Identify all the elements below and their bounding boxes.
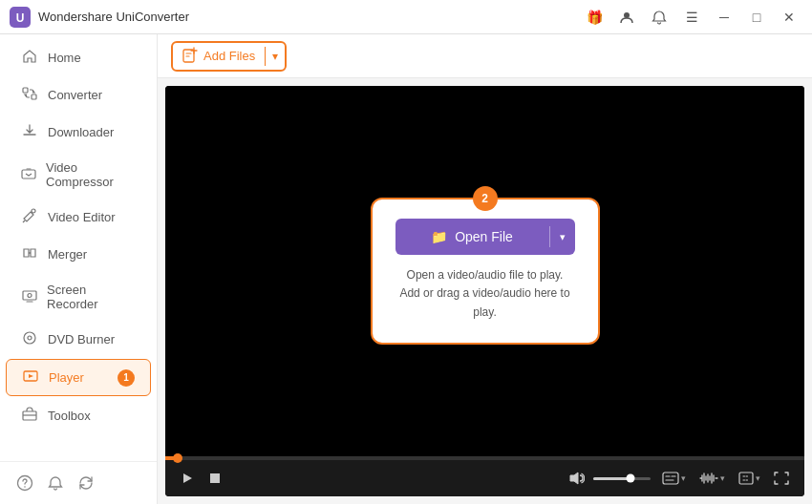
open-file-label: Open File — [455, 229, 513, 244]
maximize-icon[interactable]: □ — [743, 4, 770, 31]
svg-point-6 — [32, 209, 35, 213]
waveform-chevron: ▾ — [720, 473, 725, 483]
add-files-button[interactable]: Add Files ▾ — [171, 41, 287, 72]
svg-point-8 — [28, 293, 32, 297]
progress-bar-container[interactable] — [165, 456, 804, 460]
user-icon[interactable] — [613, 4, 640, 31]
hint-line-2: Add or drag a video/audio here to play. — [395, 284, 575, 321]
sidebar-item-player-label: Player — [49, 370, 84, 385]
converter-icon — [21, 86, 38, 104]
ratio-chevron: ▾ — [756, 473, 760, 483]
help-icon[interactable] — [11, 470, 38, 496]
progress-thumb — [173, 453, 182, 463]
svg-rect-3 — [23, 88, 28, 93]
content-area: Add Files ▾ 2 📁 Open File — [158, 34, 812, 504]
add-files-label: Add Files — [203, 49, 255, 63]
svg-rect-20 — [663, 472, 678, 484]
app-title: Wondershare UniConverter — [38, 10, 581, 24]
minimize-icon[interactable]: ─ — [711, 4, 737, 31]
open-file-hint: Open a video/audio file to play. Add or … — [395, 266, 575, 322]
sidebar-item-screen-recorder[interactable]: Screen Recorder — [6, 274, 151, 320]
svg-marker-19 — [570, 472, 578, 484]
sidebar-item-video-editor-label: Video Editor — [48, 210, 116, 224]
sidebar-item-video-compressor[interactable]: Video Compressor — [6, 152, 151, 198]
svg-point-2 — [624, 12, 630, 18]
sidebar-item-video-compressor-label: Video Compressor — [46, 160, 136, 189]
menu-icon[interactable]: ☰ — [678, 4, 705, 31]
sidebar-item-downloader-label: Downloader — [48, 125, 114, 139]
sidebar-item-home-label: Home — [48, 51, 81, 65]
caption-chevron: ▾ — [681, 473, 686, 483]
volume-area — [566, 468, 651, 489]
open-file-button-main[interactable]: 📁 Open File — [395, 219, 549, 255]
open-file-dropdown[interactable]: ▾ — [550, 219, 575, 255]
aspect-ratio-button[interactable]: ▾ — [735, 470, 764, 487]
sidebar-item-toolbox[interactable]: Toolbox — [6, 398, 151, 433]
close-icon[interactable]: ✕ — [776, 4, 802, 31]
bell-icon[interactable] — [42, 470, 69, 496]
sidebar-item-video-editor[interactable]: Video Editor — [6, 200, 151, 235]
sidebar: Home Converter Downloader Video Compress… — [0, 34, 158, 504]
window-controls: 🎁 ☰ ─ □ ✕ — [581, 4, 802, 31]
svg-point-15 — [24, 486, 26, 488]
toolbar: Add Files ▾ — [158, 34, 812, 78]
screen-recorder-icon — [21, 288, 37, 306]
hint-line-1: Open a video/audio file to play. — [395, 266, 575, 284]
volume-thumb — [627, 474, 635, 483]
dropdown-chevron-icon: ▾ — [272, 50, 278, 63]
svg-text:U: U — [16, 11, 25, 25]
svg-point-10 — [28, 336, 32, 340]
sidebar-item-player[interactable]: Player 1 — [6, 359, 151, 396]
gift-icon[interactable]: 🎁 — [581, 4, 608, 31]
step-badge: 2 — [473, 186, 498, 211]
waveform-button[interactable]: ▾ — [695, 470, 729, 487]
sidebar-item-screen-recorder-label: Screen Recorder — [47, 283, 136, 311]
open-file-dialog: 2 📁 Open File ▾ Open a video/audio file … — [371, 198, 600, 345]
fullscreen-button[interactable] — [770, 468, 793, 489]
merger-icon — [21, 245, 38, 263]
caption-button[interactable]: ▾ — [658, 470, 690, 487]
volume-fill — [593, 477, 630, 480]
open-file-button[interactable]: 📁 Open File ▾ — [395, 219, 575, 255]
svg-rect-21 — [739, 472, 753, 484]
video-editor-icon — [21, 208, 38, 226]
add-files-dropdown[interactable]: ▾ — [266, 43, 285, 70]
svg-point-9 — [24, 332, 35, 344]
svg-rect-18 — [210, 473, 220, 483]
sidebar-item-home[interactable]: Home — [6, 40, 151, 75]
svg-rect-4 — [32, 94, 36, 99]
volume-slider[interactable] — [593, 477, 651, 480]
svg-marker-12 — [29, 374, 33, 378]
sidebar-item-downloader[interactable]: Downloader — [6, 115, 151, 150]
add-files-button-main[interactable]: Add Files — [173, 43, 265, 70]
sidebar-item-dvd-burner[interactable]: DVD Burner — [6, 322, 151, 357]
toolbox-icon — [21, 407, 38, 425]
video-screen: 2 📁 Open File ▾ Open a video/audio file … — [165, 86, 804, 456]
app-logo: U — [10, 7, 31, 28]
titlebar: U Wondershare UniConverter 🎁 ☰ ─ □ ✕ — [0, 0, 812, 34]
stop-button[interactable] — [205, 469, 224, 488]
main-layout: Home Converter Downloader Video Compress… — [0, 34, 812, 504]
player-area: 2 📁 Open File ▾ Open a video/audio file … — [165, 86, 804, 496]
player-controls: ▾ ▾ ▾ — [165, 460, 804, 496]
video-compressor-icon — [21, 166, 36, 184]
dvd-burner-icon — [21, 330, 38, 348]
open-file-icon: 📁 — [431, 229, 447, 244]
sidebar-item-toolbox-label: Toolbox — [48, 409, 91, 423]
player-step-badge: 1 — [118, 369, 135, 387]
sidebar-item-converter[interactable]: Converter — [6, 77, 151, 113]
home-icon — [21, 49, 38, 67]
volume-icon[interactable] — [566, 468, 588, 489]
downloader-icon — [21, 123, 38, 141]
sidebar-item-merger[interactable]: Merger — [6, 237, 151, 272]
sidebar-item-converter-label: Converter — [48, 88, 102, 102]
add-files-icon — [182, 47, 199, 66]
player-icon — [22, 368, 39, 387]
svg-rect-5 — [22, 170, 35, 178]
refresh-icon[interactable] — [73, 470, 99, 496]
notification-icon[interactable] — [646, 4, 673, 31]
sidebar-bottom — [0, 461, 157, 504]
svg-rect-7 — [23, 291, 36, 300]
right-controls: ▾ ▾ ▾ — [658, 468, 793, 489]
play-button[interactable] — [177, 468, 198, 489]
